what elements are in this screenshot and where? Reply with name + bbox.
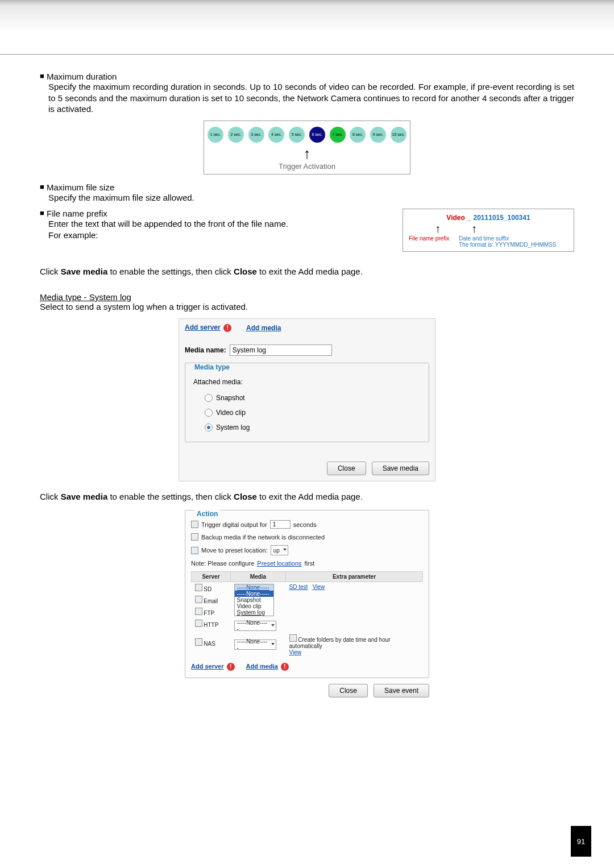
action-panel: Action Trigger digital output for second… bbox=[185, 510, 429, 703]
trigger-arrow-icon: ↑ bbox=[208, 146, 406, 161]
file-prefix-body2: For example: bbox=[48, 230, 98, 240]
checkbox-ftp[interactable] bbox=[195, 608, 202, 615]
alert-icon: ! bbox=[227, 663, 235, 671]
fn-suffix-label-2: The format is: YYYYMMDD_HHMMSS bbox=[459, 242, 557, 248]
action-table: Server Media Extra parameter SD -----Non… bbox=[191, 571, 423, 657]
checkbox-email[interactable] bbox=[195, 596, 202, 603]
alert-icon: ! bbox=[223, 324, 231, 332]
checkbox-backup[interactable] bbox=[191, 533, 198, 541]
up-arrow-icon: ↑ bbox=[435, 223, 441, 234]
media-name-input[interactable] bbox=[230, 344, 332, 356]
fn-prefix-text: Video bbox=[446, 214, 464, 222]
radio-snapshot[interactable]: Snapshot bbox=[193, 391, 421, 405]
checkbox-sd[interactable] bbox=[195, 584, 202, 591]
max-duration-section: ■ Maximum duration Specify the maximum r… bbox=[40, 72, 574, 115]
system-log-body: Select to send a system log when a trigg… bbox=[40, 302, 574, 312]
max-file-size-section: ■ Maximum file size Specify the maximum … bbox=[40, 182, 574, 203]
page-header bbox=[0, 0, 614, 55]
nas-media-select[interactable]: -----None----- bbox=[234, 639, 276, 650]
filename-example-box: Video_20111015_100341 ↑↑ File name prefi… bbox=[403, 209, 574, 252]
attached-media-label: Attached media: bbox=[193, 376, 421, 391]
add-media-link[interactable]: Add media bbox=[246, 324, 281, 332]
max-duration-title: Maximum duration bbox=[47, 72, 117, 81]
up-arrow-icon: ↑ bbox=[471, 223, 477, 234]
th-server: Server bbox=[192, 572, 231, 582]
add-server-link[interactable]: Add server bbox=[185, 323, 221, 331]
radio-icon bbox=[205, 423, 213, 431]
http-media-select[interactable]: -----None----- bbox=[234, 621, 276, 631]
radio-videoclip[interactable]: Video clip bbox=[193, 405, 421, 420]
sd-view-link[interactable]: View bbox=[313, 584, 325, 590]
nas-view-link[interactable]: View bbox=[289, 649, 302, 655]
file-prefix-title: File name prefix bbox=[47, 209, 107, 218]
action-legend: Action bbox=[194, 510, 220, 518]
media-type-fieldset: Media type Attached media: Snapshot Vide… bbox=[185, 363, 429, 442]
alert-icon: ! bbox=[281, 663, 289, 671]
save-media-button[interactable]: Save media bbox=[372, 462, 429, 475]
close-button-2[interactable]: Close bbox=[329, 684, 368, 697]
sec-4-circle: 4 sec. bbox=[268, 127, 284, 143]
sec-7-circle: 7 sec. bbox=[330, 127, 346, 143]
add-media-panel: Add server ! Add media Media name: Media… bbox=[179, 318, 435, 481]
preset-select[interactable]: up bbox=[271, 545, 288, 555]
radio-icon bbox=[205, 394, 213, 402]
trigger-diagram: 1 sec. 2 sec. 3 sec. 4 sec. 5 sec. 6 sec… bbox=[204, 121, 410, 175]
trigger-seconds-input[interactable] bbox=[270, 520, 291, 529]
fn-prefix-label: File name prefix bbox=[409, 235, 459, 248]
sec-5-circle: 5 sec. bbox=[289, 127, 305, 143]
checkbox-create-folders[interactable] bbox=[289, 634, 297, 642]
radio-icon bbox=[205, 409, 213, 417]
max-file-size-title: Maximum file size bbox=[47, 182, 114, 192]
fn-suffix-label-1: Date and time suffix bbox=[459, 235, 509, 242]
trigger-caption: Trigger Activation bbox=[208, 162, 406, 171]
add-media-link-2[interactable]: Add media bbox=[246, 663, 278, 670]
media-type-legend: Media type bbox=[192, 363, 232, 371]
sd-test-link[interactable]: SD test bbox=[289, 584, 308, 590]
fn-suffix-text: 20111015_100341 bbox=[474, 214, 530, 222]
sd-media-select[interactable]: -----None----- -----None----- Snapshot V… bbox=[234, 584, 274, 616]
sec-2-circle: 2 sec. bbox=[228, 127, 244, 143]
max-file-size-body: Specify the maximum file size allowed. bbox=[40, 192, 574, 203]
checkbox-move-preset[interactable] bbox=[191, 547, 198, 554]
sec-1-circle: 1 sec. bbox=[208, 127, 223, 143]
file-prefix-section: ■ File name prefix Enter the text that w… bbox=[40, 209, 397, 240]
max-duration-body: Specify the maximum recording duration i… bbox=[40, 81, 574, 115]
save-instruction-2: Click Save media to enable the settings,… bbox=[40, 492, 574, 501]
close-button[interactable]: Close bbox=[327, 462, 366, 475]
preset-locations-link[interactable]: Preset locations bbox=[257, 560, 301, 567]
add-server-link-2[interactable]: Add server bbox=[191, 663, 223, 670]
radio-systemlog[interactable]: System log bbox=[193, 420, 421, 435]
checkbox-nas[interactable] bbox=[195, 638, 202, 646]
media-name-label: Media name: bbox=[185, 346, 226, 354]
th-media: Media bbox=[231, 572, 286, 582]
page-number: 91 bbox=[571, 826, 591, 857]
sec-3-circle: 3 sec. bbox=[248, 127, 264, 143]
th-extra: Extra parameter bbox=[286, 572, 423, 582]
save-instruction-1: Click Save media to enable the settings,… bbox=[40, 267, 574, 276]
sec-10-circle: 10 sec. bbox=[391, 127, 406, 143]
save-event-button[interactable]: Save event bbox=[374, 684, 429, 697]
sec-6-circle: 6 sec. bbox=[309, 127, 325, 143]
system-log-title: Media type - System log bbox=[40, 292, 574, 302]
checkbox-http[interactable] bbox=[195, 620, 202, 627]
file-prefix-body1: Enter the text that will be appended to … bbox=[48, 219, 288, 229]
sec-8-circle: 8 sec. bbox=[350, 127, 366, 143]
sec-9-circle: 9 sec. bbox=[370, 127, 386, 143]
checkbox-trigger-do[interactable] bbox=[191, 521, 198, 528]
